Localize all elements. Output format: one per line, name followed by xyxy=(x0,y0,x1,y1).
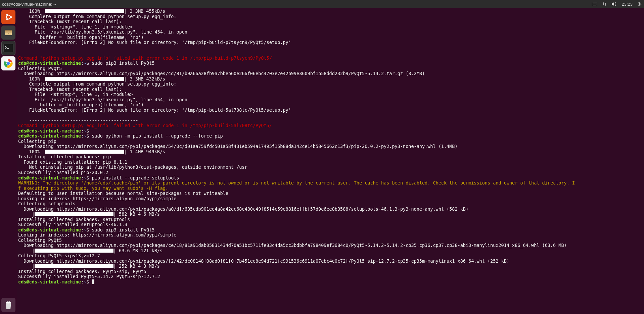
output-line: Defaulting to user installation because … xyxy=(18,191,643,196)
svg-point-6 xyxy=(639,3,640,5)
output-line xyxy=(18,113,643,118)
output-line: File "<string>", line 1, in <module> xyxy=(18,92,643,97)
progress-line: || 582 kB 4.6 MB/s xyxy=(18,211,160,217)
prompt-line[interactable]: cds@cds-virtual-machine:~$ xyxy=(18,279,643,285)
output-line: Complete output from command python setu… xyxy=(18,82,643,87)
output-line: Installing collected packages: setuptool… xyxy=(18,217,643,222)
svg-rect-11 xyxy=(5,30,12,31)
output-line: buffer = _builtin_open(filename, 'rb') xyxy=(18,102,643,108)
svg-rect-1 xyxy=(593,3,593,3)
unity-launcher xyxy=(0,8,17,314)
svg-rect-15 xyxy=(4,44,13,52)
output-line: FileNotFoundError: [Errno 2] No such fil… xyxy=(18,40,643,45)
output-line: File "/usr/lib/python3.5/tokenize.py", l… xyxy=(18,30,643,35)
output-line: Complete output from command python setu… xyxy=(18,14,643,19)
progress-line: 100% || 3.3MB 432kB/s xyxy=(18,76,165,82)
output-line: Installing collected packages: pip xyxy=(18,154,643,160)
svg-rect-3 xyxy=(595,3,595,3)
progress-line: || 63.6 MB 121 kB/s xyxy=(18,248,163,253)
error-line: Command "python setup.py egg_info" faile… xyxy=(18,56,643,61)
output-line: Successfully installed pip-20.0.2 xyxy=(18,170,643,175)
volume-icon[interactable] xyxy=(611,2,617,6)
output-line: Collecting setuptools xyxy=(18,201,643,207)
progress-line: || 252 kB 4.3 MB/s xyxy=(18,263,160,269)
output-line: buffer = _builtin_open(filename, 'rb') xyxy=(18,35,643,40)
ubuntu-dash-icon[interactable] xyxy=(1,10,15,24)
progress-line: 100% || 3.3MB 455kB/s xyxy=(18,8,165,14)
svg-rect-12 xyxy=(5,31,12,33)
output-line: ---------------------------------------- xyxy=(18,50,643,56)
output-line: Traceback (most recent call last): xyxy=(18,87,643,92)
prompt-line: cds@cds-virtual-machine:~$ sudo pip3 ins… xyxy=(18,227,643,233)
terminal-window[interactable]: 100% || 3.3MB 455kB/s Complete output fr… xyxy=(17,8,644,314)
output-line: Downloading https://mirrors.aliyun.com/p… xyxy=(18,144,643,149)
output-line: Downloading https://mirrors.aliyun.com/p… xyxy=(18,71,643,76)
output-line: Installing collected packages: PyQt5-sip… xyxy=(18,269,643,274)
svg-rect-4 xyxy=(596,3,596,3)
output-line: Looking in indexes: https://mirrors.aliy… xyxy=(18,196,643,202)
svg-point-7 xyxy=(6,15,10,19)
gear-icon[interactable] xyxy=(637,2,642,6)
files-icon[interactable] xyxy=(1,25,15,40)
output-line xyxy=(18,45,643,51)
window-title: cds@cds-virtual-machine: ~ xyxy=(2,2,592,7)
warning-line: WARNING: The directory '/home/cds/.cache… xyxy=(18,180,643,186)
output-line: Downloading https://mirrors.aliyun.com/p… xyxy=(18,207,643,212)
output-line: FileNotFoundError: [Errno 2] No such fil… xyxy=(18,108,643,113)
svg-rect-2 xyxy=(594,3,594,3)
output-line: File "/usr/lib/python3.5/tokenize.py", l… xyxy=(18,97,643,103)
prompt-line: cds@cds-virtual-machine:~$ sudo pip3 ins… xyxy=(18,61,643,66)
clock-text[interactable]: 23:23 xyxy=(622,2,633,7)
prompt-line: cds@cds-virtual-machine:~$ xyxy=(18,128,643,134)
svg-point-20 xyxy=(6,302,11,304)
keyboard-icon[interactable] xyxy=(592,2,597,6)
output-line: Looking in indexes: https://mirrors.aliy… xyxy=(18,232,643,238)
svg-point-10 xyxy=(6,19,8,20)
output-line: Collecting pip xyxy=(18,139,643,144)
warning-line: f executing pip with sudo, you may want … xyxy=(18,186,643,191)
terminal-cursor xyxy=(92,279,94,284)
trash-icon[interactable] xyxy=(1,298,15,312)
output-line: Successfully installed PyQt5-5.14.2 PyQt… xyxy=(18,274,643,279)
svg-point-9 xyxy=(6,14,8,16)
output-line: Collecting PyQt5-sip<13,>=12.7 xyxy=(18,253,643,259)
svg-rect-5 xyxy=(593,5,596,5)
output-line: File "<string>", line 1, in <module> xyxy=(18,24,643,30)
error-line: Command "python setup.py egg_info" faile… xyxy=(18,123,643,128)
svg-point-19 xyxy=(7,62,10,65)
output-line: Downloading https://mirrors.aliyun.com/p… xyxy=(18,259,643,264)
output-line: Collecting PyQt5 xyxy=(18,66,643,71)
prompt-line: cds@cds-virtual-machine:~$ sudo python -… xyxy=(18,134,643,139)
network-icon[interactable] xyxy=(602,2,607,6)
output-line: Not uninstalling pip at /usr/lib/python3… xyxy=(18,165,643,170)
svg-rect-14 xyxy=(8,33,9,34)
svg-point-8 xyxy=(10,16,12,18)
top-menubar: cds@cds-virtual-machine: ~ 23:23 xyxy=(0,0,644,8)
output-line: ---------------------------------------- xyxy=(18,118,643,123)
terminal-icon[interactable] xyxy=(1,41,15,55)
output-line: Found existing installation: pip 8.1.1 xyxy=(18,160,643,165)
output-line: Successfully installed setuptools-46.1.3 xyxy=(18,222,643,227)
system-tray: 23:23 xyxy=(592,2,642,7)
output-line: Downloading https://mirrors.aliyun.com/p… xyxy=(18,243,643,248)
output-line: Collecting PyQt5 xyxy=(18,238,643,243)
chrome-icon[interactable] xyxy=(1,56,15,70)
progress-line: 100% || 1.4MB 949kB/s xyxy=(18,149,165,154)
prompt-line: cds@cds-virtual-machine:~$ pip install -… xyxy=(18,175,643,181)
output-line: Traceback (most recent call last): xyxy=(18,19,643,24)
